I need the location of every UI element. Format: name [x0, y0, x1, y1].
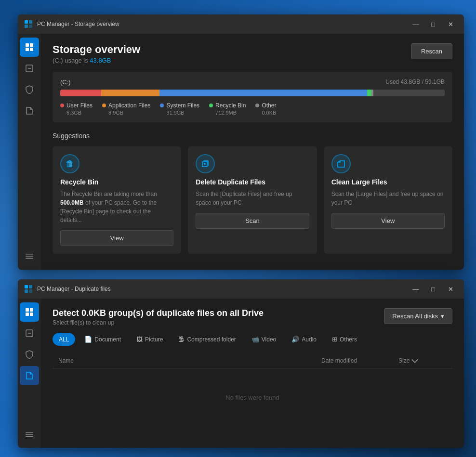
svg-rect-15 [25, 289, 28, 293]
drive-label: (C:) [60, 78, 71, 86]
dot-app-files [102, 104, 106, 107]
suggestion-btn-recycle[interactable]: View [60, 230, 173, 246]
suggestions-section: Suggestions 🗑 Recycle Bin The Recycle Bi… [53, 132, 452, 254]
disk-section: (C:) Used 43.8GB / 59.1GB User File [53, 72, 452, 122]
svg-rect-6 [26, 48, 29, 51]
subtitle-prefix: (C:) usage is [53, 57, 90, 64]
window-body-top: Storage overview (C:) usage is 43.8GB Re… [18, 34, 464, 270]
suggestion-icon-duplicate [196, 154, 215, 173]
minimize-button-bottom[interactable]: — [408, 283, 423, 295]
legend-user-files: User Files 6.3GB [60, 102, 93, 116]
video-icon: 📹 [251, 336, 259, 343]
svg-rect-2 [25, 25, 28, 28]
filter-tab-compressed[interactable]: 🗜 Compressed folder [172, 333, 242, 346]
suggestions-grid: 🗑 Recycle Bin The Recycle Bin are taking… [53, 146, 452, 254]
svg-rect-23 [26, 432, 33, 433]
page-title: Storage overview [53, 43, 140, 56]
suggestion-desc-duplicate: Scan the [Duplicate Files] and free up s… [196, 190, 309, 207]
bar-user-files [60, 90, 101, 96]
dup-subtitle: Select file(s) to clean up [53, 319, 264, 326]
filter-tab-picture-label: Picture [145, 336, 163, 343]
dot-system-files [160, 104, 164, 107]
svg-rect-3 [29, 25, 32, 28]
sidebar-item-db-dashboard[interactable] [20, 302, 39, 322]
filter-tab-all-label: ALL [59, 336, 69, 343]
sidebar-item-files[interactable] [20, 101, 39, 120]
label-app-files: Application Files [108, 102, 150, 109]
maximize-button-bottom[interactable]: □ [425, 283, 441, 295]
disk-usage-text: Used 43.8GB / 59.1GB [385, 78, 445, 86]
sidebar-item-db-scan[interactable] [20, 324, 39, 343]
value-other: 0.0KB [255, 110, 276, 116]
filter-tab-video[interactable]: 📹 Video [245, 333, 282, 346]
legend-system-files: System Files 31.9GB [160, 102, 199, 116]
sidebar-item-security[interactable] [20, 80, 39, 99]
svg-rect-10 [26, 254, 33, 255]
value-system-files: 31.9GB [160, 110, 199, 116]
window-controls-top: — □ ✕ [408, 18, 458, 30]
suggestion-title-large: Clean Large Files [331, 178, 445, 186]
col-header-size: Size [398, 357, 447, 364]
label-system-files: System Files [166, 102, 199, 109]
maximize-button-top[interactable]: □ [425, 18, 441, 30]
sidebar-item-db-files[interactable] [20, 366, 39, 385]
main-content-bottom: Detect 0.0KB group(s) of duplicate files… [41, 299, 464, 448]
close-button-top[interactable]: ✕ [443, 18, 458, 30]
sidebar-menu-button[interactable] [20, 247, 39, 266]
picture-icon: 🖼 [136, 336, 143, 343]
legend-app-files: Application Files 8.9GB [102, 102, 150, 116]
svg-rect-19 [26, 313, 29, 316]
svg-rect-18 [30, 308, 33, 312]
disk-bar [60, 90, 445, 96]
title-bar-text-bottom: PC Manager - Duplicate files [37, 286, 404, 292]
rescan-all-button[interactable]: Rescan All disks ▾ [384, 308, 452, 324]
close-button-bottom[interactable]: ✕ [443, 283, 458, 295]
filter-tab-audio-label: Audio [302, 336, 317, 343]
sidebar-item-db-security[interactable] [20, 345, 39, 364]
rescan-all-chevron-icon: ▾ [441, 313, 444, 320]
svg-rect-12 [26, 258, 33, 259]
sidebar-item-dashboard[interactable] [20, 38, 39, 57]
legend-recycle: Recycle Bin 712.9MB [209, 102, 246, 116]
suggestion-btn-scan[interactable]: Scan [196, 213, 309, 229]
label-user-files: User Files [66, 102, 93, 109]
suggestion-card-large: Clean Large Files Scan the [Large Files]… [324, 146, 452, 254]
suggestion-desc-recycle: The Recycle Bin are taking more than 500… [60, 190, 173, 224]
size-sort-icon[interactable] [411, 356, 418, 363]
filter-tab-all[interactable]: ALL [53, 333, 75, 346]
svg-rect-25 [26, 436, 33, 437]
filter-tab-document-label: Document [94, 336, 121, 343]
filter-tab-others[interactable]: ⊞ Others [326, 333, 363, 346]
sidebar-menu-button-bottom[interactable] [20, 425, 39, 444]
col-header-date: Date modified [321, 357, 398, 364]
svg-rect-13 [25, 285, 28, 288]
value-user-files: 6.3GB [60, 110, 93, 116]
bar-app-files [101, 90, 159, 96]
filter-tab-audio[interactable]: 🔊 Audio [285, 333, 323, 346]
title-bar-top: PC Manager - Storage overview — □ ✕ [18, 14, 464, 34]
dot-recycle [209, 104, 213, 107]
dot-user-files [60, 104, 64, 107]
filter-tab-video-label: Video [262, 336, 276, 343]
minimize-button-top[interactable]: — [408, 18, 423, 30]
app-icon-bottom [24, 284, 33, 294]
label-recycle: Recycle Bin [215, 102, 246, 109]
filter-tab-picture[interactable]: 🖼 Picture [130, 333, 169, 346]
filter-tab-document[interactable]: 📄 Document [78, 333, 127, 346]
bar-free [373, 90, 445, 96]
filter-tab-others-label: Others [340, 336, 357, 343]
usage-highlight: 43.8GB [90, 57, 111, 64]
sidebar-item-scan[interactable] [20, 59, 39, 78]
suggestion-card-duplicate: Delete Duplicate Files Scan the [Duplica… [188, 146, 317, 254]
app-icon [24, 19, 33, 29]
document-icon: 📄 [84, 336, 92, 343]
table-header: Name Date modified Size [53, 353, 452, 368]
value-app-files: 8.9GB [102, 110, 150, 116]
rescan-button[interactable]: Rescan [411, 43, 452, 59]
svg-rect-20 [30, 313, 33, 316]
filter-tabs: ALL 📄 Document 🖼 Picture 🗜 Compressed fo… [53, 333, 452, 346]
empty-state: No files were found [53, 368, 452, 426]
suggestion-title-recycle: Recycle Bin [60, 178, 173, 186]
compressed-icon: 🗜 [178, 336, 185, 343]
suggestion-btn-view-large[interactable]: View [331, 213, 445, 229]
